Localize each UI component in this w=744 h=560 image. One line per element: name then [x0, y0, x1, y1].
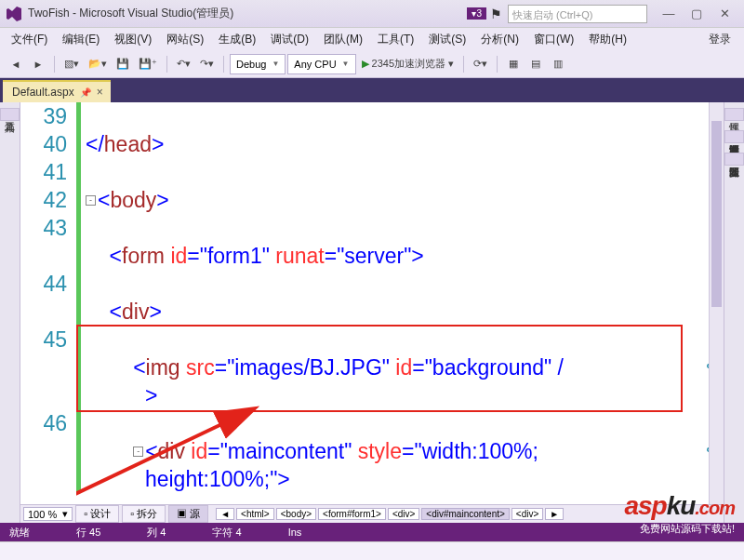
team-explorer-tab[interactable]: 团队资源管理器: [724, 153, 744, 166]
separator: [54, 56, 55, 73]
view-source-button[interactable]: ▣ 源: [168, 505, 208, 523]
menu-bar: 文件(F) 编辑(E) 视图(V) 网站(S) 生成(B) 调试(D) 团队(M…: [0, 28, 744, 50]
chevron-down-icon: ▼: [272, 60, 279, 68]
toolbox-tab[interactable]: 工具箱: [0, 108, 20, 121]
save-all-button[interactable]: 💾⁺: [135, 54, 161, 74]
ext-button-2[interactable]: ▤: [525, 54, 546, 74]
bc-item-selected[interactable]: <div#maincontent>: [421, 508, 510, 520]
menu-help[interactable]: 帮助(H): [581, 29, 634, 50]
watermark-sub: 免费网站源码下载站!: [640, 522, 735, 536]
scroll-thumb[interactable]: [711, 121, 722, 307]
menu-build[interactable]: 生成(B): [211, 29, 263, 50]
close-button[interactable]: ✕: [711, 5, 738, 23]
side-dock-right: 属性 解决方案资源管理器 团队资源管理器: [724, 102, 744, 523]
play-icon: ▶: [362, 58, 369, 70]
save-button[interactable]: 💾: [113, 54, 133, 74]
fold-icon[interactable]: -: [86, 195, 96, 206]
status-ready: 就绪: [9, 526, 30, 540]
run-button[interactable]: ▶ 2345加速浏览器 ▾: [358, 54, 458, 74]
zoom-dropdown[interactable]: 100 %▾: [23, 507, 73, 521]
editor-bottom-bar: 100 %▾ ▫ 设计 ▫ 拆分 ▣ 源 ◄ <html> <body> <fo…: [20, 504, 724, 523]
code-editor[interactable]: 39404142 43 44 45 46 </head> -<body> <fo…: [20, 102, 724, 523]
ext-button-1[interactable]: ▦: [503, 54, 524, 74]
menu-debug[interactable]: 调试(D): [263, 29, 316, 50]
undo-button[interactable]: ↶▾: [173, 54, 194, 74]
title-bar: TwoFish - Microsoft Visual Studio(管理员) ▾…: [0, 0, 744, 28]
status-line: 行 45: [76, 526, 100, 540]
code-content[interactable]: </head> -<body> <form id="form1" runat="…: [76, 102, 724, 504]
document-tab[interactable]: Default.aspx 📌 ×: [3, 80, 111, 102]
ext-button-3[interactable]: ▥: [548, 54, 568, 74]
bc-nav-right[interactable]: ►: [545, 508, 564, 520]
browser-link-button[interactable]: ⟳▾: [470, 54, 491, 74]
bc-item[interactable]: <form#form1>: [318, 508, 386, 520]
sign-in-link[interactable]: 登录: [699, 29, 740, 50]
menu-window[interactable]: 窗口(W): [526, 29, 581, 50]
config-dropdown[interactable]: Debug▼: [230, 54, 286, 74]
menu-view[interactable]: 视图(V): [107, 29, 159, 50]
document-tab-strip: Default.aspx 📌 ×: [0, 78, 744, 102]
nav-fwd-button[interactable]: ►: [28, 54, 48, 74]
line-number-gutter: 39404142 43 44 45 46: [20, 102, 76, 504]
nav-back-button[interactable]: ◄: [6, 54, 26, 74]
separator: [223, 56, 224, 73]
bottom-spacer: [0, 541, 744, 560]
tab-label: Default.aspx: [12, 86, 74, 99]
view-split-button[interactable]: ▫ 拆分: [122, 505, 166, 523]
watermark-logo: aspku.com: [624, 491, 735, 521]
separator: [463, 56, 464, 73]
workspace: 工具箱 39404142 43 44 45 46 </head> -<body>…: [0, 102, 744, 523]
bc-item[interactable]: <body>: [276, 508, 316, 520]
menu-edit[interactable]: 编辑(E): [55, 29, 107, 50]
menu-analyze[interactable]: 分析(N): [473, 29, 526, 50]
open-button[interactable]: 📂▾: [85, 54, 111, 74]
status-ch: 字符 4: [212, 526, 241, 540]
bc-item[interactable]: <div>: [512, 508, 543, 520]
menu-website[interactable]: 网站(S): [159, 29, 211, 50]
chevron-down-icon: ▾: [62, 508, 68, 520]
close-tab-icon[interactable]: ×: [97, 86, 103, 99]
menu-team[interactable]: 团队(M): [316, 29, 370, 50]
status-col: 列 4: [147, 526, 166, 540]
pin-icon[interactable]: 📌: [80, 87, 91, 98]
solution-explorer-tab[interactable]: 解决方案资源管理器: [724, 130, 744, 143]
menu-tools[interactable]: 工具(T): [370, 29, 421, 50]
platform-dropdown[interactable]: Any CPU▼: [287, 54, 355, 74]
side-dock-left: 工具箱: [0, 102, 20, 523]
separator: [166, 56, 167, 73]
notification-badge[interactable]: ▾3: [467, 7, 486, 20]
view-design-button[interactable]: ▫ 设计: [75, 505, 119, 523]
status-bar: 就绪 行 45 列 4 字符 4 Ins: [0, 523, 744, 541]
redo-button[interactable]: ↷▾: [196, 54, 218, 74]
quick-launch-input[interactable]: 快速启动 (Ctrl+Q): [508, 5, 647, 23]
maximize-button[interactable]: ▢: [683, 5, 711, 23]
status-ins: Ins: [288, 527, 302, 538]
fold-icon[interactable]: -: [133, 447, 143, 457]
new-project-button[interactable]: ▧▾: [60, 54, 83, 74]
menu-file[interactable]: 文件(F): [4, 29, 55, 50]
vs-logo-icon: [6, 6, 22, 22]
window-title: TwoFish - Microsoft Visual Studio(管理员): [28, 6, 467, 21]
toolbar: ◄ ► ▧▾ 📂▾ 💾 💾⁺ ↶▾ ↷▾ Debug▼ Any CPU▼ ▶ 2…: [0, 50, 744, 78]
minimize-button[interactable]: —: [655, 5, 683, 23]
bc-nav-left[interactable]: ◄: [216, 508, 234, 520]
chevron-down-icon: ▼: [342, 60, 350, 68]
feedback-flag-icon[interactable]: ⚑: [490, 7, 502, 21]
menu-test[interactable]: 测试(S): [421, 29, 473, 50]
bc-item[interactable]: <html>: [236, 508, 274, 520]
vertical-scrollbar[interactable]: [709, 102, 724, 504]
separator: [497, 56, 498, 73]
properties-tab[interactable]: 属性: [724, 108, 744, 121]
bc-item[interactable]: <div>: [388, 508, 419, 520]
